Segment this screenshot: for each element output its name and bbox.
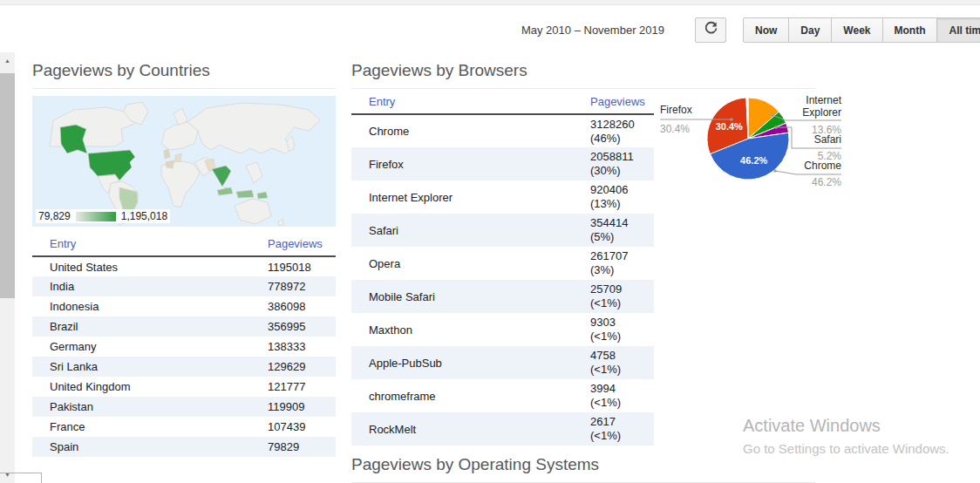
entry-cell: Germany [32,337,268,357]
world-choropleth-map[interactable]: 79,829 1,195,018 [32,96,336,227]
entry-cell: Apple-PubSub [351,346,590,379]
table-row: Indonesia386098 [32,296,336,316]
browsers-table: Entry Pageviews Chrome3128260(46%)Firefo… [351,91,654,446]
pageviews-cell: 79829 [268,437,336,457]
legend-min-value: 79,829 [38,210,71,222]
pageviews-cell: 2058811(30%) [590,147,654,180]
table-row: Mobile Safari25709(<1%) [351,280,654,313]
table-row: United States1195018 [32,256,336,276]
entry-cell: United States [32,256,268,276]
table-header-row: Entry Pageviews [32,233,336,256]
table-row: Germany138333 [32,337,336,357]
map-region-germany [175,153,181,162]
entry-cell: Opera [351,247,590,280]
table-row: Internet Explorer920406(13%) [351,180,654,214]
pageviews-cell: 119909 [268,397,336,417]
map-region-france [166,160,174,168]
table-header-row: Entry Pageviews [351,91,654,114]
entry-cell: France [32,417,268,437]
table-row: Pakistan119909 [32,397,336,417]
pageviews-cell: 121777 [268,377,336,397]
entry-cell: Safari [351,214,590,247]
pie-callout-safari-label: Safari [787,133,841,146]
entry-column-header[interactable]: Entry [351,91,590,114]
table-row: Maxthon9303(<1%) [351,313,654,346]
entry-cell: Indonesia [32,296,268,316]
pageviews-cell: 3994(<1%) [590,379,654,412]
pageviews-cell: 354414(5%) [590,214,654,247]
window-top-strip [0,0,980,5]
table-row: Brazil356995 [32,316,336,337]
scrollbar-thumb[interactable] [0,73,15,298]
table-row: Firefox2058811(30%) [351,147,654,180]
section-pageviews-by-operating-systems: Pageviews by Operating Systems [351,455,815,483]
refresh-icon [704,21,718,39]
table-row: RockMelt2617(<1%) [351,412,654,446]
pie-callout-chrome-label: Chrome [787,160,841,172]
entry-cell: chromeframe [351,379,590,412]
status-bubble [0,473,42,483]
pie-callout-ie-label: Internet Explorer [787,94,841,119]
pageviews-cell: 129629 [268,357,336,377]
table-row: Safari354414(5%) [351,214,654,247]
pageviews-column-header[interactable]: Pageviews [268,233,336,256]
pageviews-cell: 3128260(46%) [590,114,654,147]
pageviews-column-header[interactable]: Pageviews [590,91,654,114]
entry-cell: India [32,276,268,296]
pageviews-cell: 261707(3%) [590,247,654,280]
vertical-scrollbar[interactable]: ▲ ▼ [0,52,15,483]
pageviews-cell: 9303(<1%) [590,313,654,346]
entry-cell: Brazil [32,316,268,337]
entry-column-header[interactable]: Entry [32,233,268,256]
entry-cell: Spain [32,437,268,457]
table-row: Opera261707(3%) [351,247,654,280]
entry-cell: RockMelt [351,412,590,446]
map-region-indonesia-2 [236,190,254,198]
range-button-day[interactable]: Day [788,17,832,43]
entry-cell: Maxthon [351,313,590,346]
browsers-pie-chart[interactable]: 46.2%30.4% Firefox 30.4% Internet Explor… [657,92,875,206]
table-row: Chrome3128260(46%) [351,114,654,147]
table-row: Spain79829 [32,437,336,457]
entry-cell: Internet Explorer [351,180,590,214]
entry-cell: Firefox [351,147,590,180]
pageviews-cell: 778972 [268,276,336,296]
browsers-section-title: Pageviews by Browsers [351,61,815,89]
pageviews-cell: 2617(<1%) [590,412,654,446]
time-range-button-group: Now Day Week Month All time [743,17,980,43]
pageviews-cell: 25709(<1%) [590,280,654,313]
range-button-month[interactable]: Month [882,17,938,43]
activate-windows-subtext: Go to Settings to activate Windows. [743,441,949,456]
pageviews-cell: 920406(13%) [590,180,654,214]
section-pageviews-by-countries: Pageviews by Countries [32,61,336,457]
scroll-up-arrow-icon[interactable]: ▲ [0,54,15,67]
legend-max-value: 1,195,018 [121,210,167,222]
pageviews-cell: 356995 [268,316,336,337]
table-row: United Kingdom121777 [32,377,336,397]
pie-inside-label: 30.4% [716,121,743,132]
table-row: chromeframe3994(<1%) [351,379,654,412]
table-row: India778972 [32,276,336,296]
pageviews-cell: 138333 [268,337,336,357]
map-color-legend: 79,829 1,195,018 [36,209,170,223]
table-row: Apple-PubSub4758(<1%) [351,346,654,379]
pageviews-cell: 107439 [268,417,336,437]
entry-cell: Pakistan [32,397,268,417]
range-button-now[interactable]: Now [743,17,789,43]
entry-cell: Mobile Safari [351,280,590,313]
range-button-week[interactable]: Week [831,17,882,43]
pie-callout-firefox-pct: 30.4% [660,123,690,135]
activate-windows-watermark: Activate Windows [743,416,881,436]
table-row: Sri Lanka129629 [32,357,336,377]
pageviews-cell: 4758(<1%) [590,346,654,379]
map-region-alaska [60,125,87,153]
pageviews-cell: 1195018 [268,256,336,276]
countries-section-title: Pageviews by Countries [32,61,336,89]
entry-cell: United Kingdom [32,377,268,397]
os-section-title: Pageviews by Operating Systems [351,455,815,483]
countries-table: Entry Pageviews United States1195018Indi… [32,233,336,457]
date-range-label: May 2010 – November 2019 [471,24,664,37]
range-button-all-time[interactable]: All time [936,17,980,43]
refresh-button[interactable] [695,17,726,43]
pie-inside-label: 46.2% [740,155,767,166]
